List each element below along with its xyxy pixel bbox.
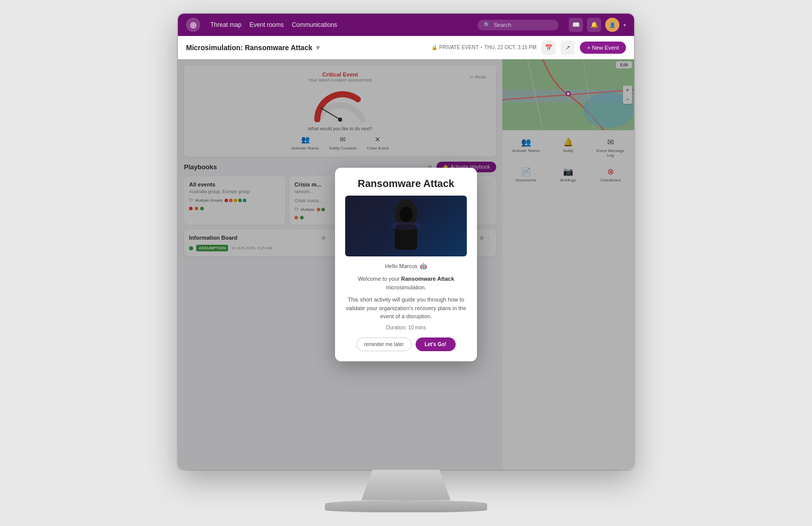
book-icon-btn[interactable]: 📖 — [569, 18, 583, 32]
nav-event-rooms[interactable]: Event rooms — [249, 21, 283, 28]
main-content: Critical Event Your latest incident asse… — [178, 59, 634, 470]
monitor-stand — [350, 470, 462, 500]
lets-go-button[interactable]: Let's Go! — [416, 337, 456, 351]
subheader: Microsimulation: Ransomware Attack ▼ 🔒 P… — [178, 36, 634, 59]
modal-body: Welcome to your Ransomware Attack micros… — [345, 275, 467, 291]
user-avatar[interactable]: 👤 — [605, 18, 619, 32]
lock-icon: 🔒 — [431, 45, 437, 50]
remind-later-button[interactable]: reminder me later — [356, 337, 411, 351]
calendar-icon-btn[interactable]: 📅 — [541, 41, 556, 55]
nav-actions: 📖 🔔 👤 ▾ — [569, 18, 626, 32]
modal-duration: Duration: 10 mins — [345, 325, 467, 330]
private-event-badge: 🔒 PRIVATE EVENT • THU, 22 OCT, 3:15 PM — [431, 45, 537, 50]
robot-emoji: 🤖 — [420, 262, 427, 270]
nav-search-box[interactable]: 🔍 Search — [477, 20, 559, 30]
monitor-screen: ◎ Threat map Event rooms Communications … — [178, 14, 634, 470]
monitor-base — [325, 500, 487, 512]
new-event-button[interactable]: + New Event — [580, 42, 626, 54]
svg-point-9 — [399, 207, 413, 222]
modal-hero-image — [345, 196, 467, 256]
subheader-right: 🔒 PRIVATE EVENT • THU, 22 OCT, 3:15 PM 📅… — [431, 41, 626, 55]
nav-threat-map[interactable]: Threat map — [210, 21, 241, 28]
nav-links: Threat map Event rooms Communications — [210, 21, 337, 28]
search-icon: 🔍 — [484, 22, 491, 28]
hacker-svg — [386, 198, 426, 254]
search-label: Search — [494, 22, 511, 28]
app-logo[interactable]: ◎ — [186, 18, 200, 32]
modal-greeting: Hello Marcus 🤖 — [345, 262, 467, 270]
nav-communications[interactable]: Communications — [292, 21, 337, 28]
modal-overlay: Ransomware Attack — [178, 59, 634, 470]
avatar-chevron[interactable]: ▾ — [623, 22, 626, 28]
modal-title: Ransomware Attack — [345, 178, 467, 190]
monitor-wrapper: ◎ Threat map Event rooms Communications … — [178, 14, 634, 512]
microsim-modal: Ransomware Attack — [335, 168, 477, 361]
modal-actions: reminder me later Let's Go! — [345, 337, 467, 351]
svg-point-10 — [391, 222, 421, 230]
top-nav: ◎ Threat map Event rooms Communications … — [178, 14, 634, 36]
event-title: Microsimulation: Ransomware Attack ▼ — [186, 44, 321, 52]
bell-icon-btn[interactable]: 🔔 — [587, 18, 601, 32]
share-icon-btn[interactable]: ↗ — [561, 41, 575, 55]
modal-description: This short activity will guide you throu… — [345, 295, 467, 321]
